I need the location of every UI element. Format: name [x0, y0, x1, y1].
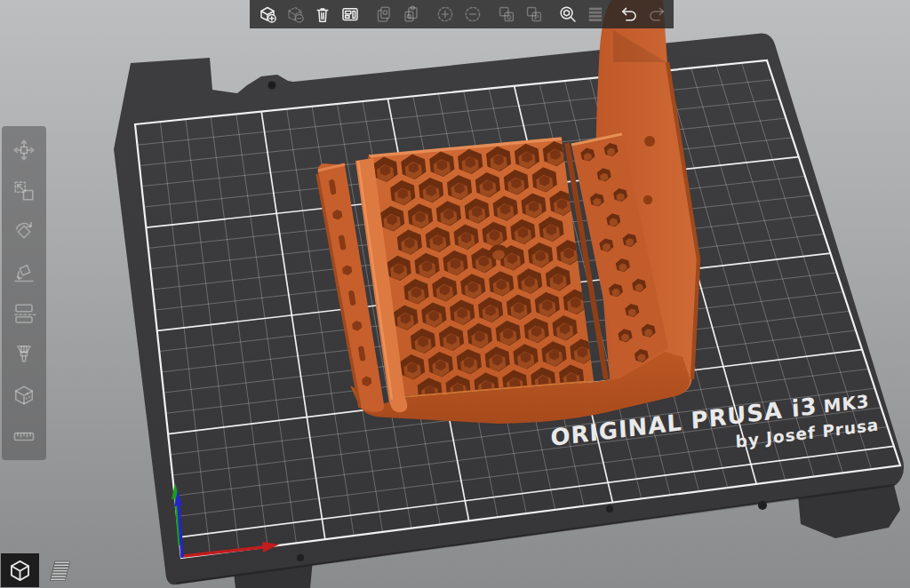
arrange-icon — [339, 4, 361, 25]
move-icon — [11, 137, 37, 163]
redo-icon — [646, 4, 667, 25]
toolbar-button-scale[interactable] — [2, 171, 46, 211]
bed-screw-hole — [606, 505, 613, 513]
toolbar-button-add[interactable] — [253, 1, 281, 28]
toolbar-button-paste[interactable] — [397, 1, 425, 28]
seam-icon — [11, 382, 37, 409]
remove-instance-icon — [462, 4, 483, 25]
cut-icon — [11, 300, 37, 327]
measure-icon — [11, 423, 37, 449]
bed-screw-hole — [297, 554, 304, 561]
toolbar-button-cut[interactable] — [2, 293, 46, 334]
model-wall-hole — [644, 136, 655, 147]
delete-all-icon — [312, 4, 333, 25]
toolbar-button-copy[interactable] — [370, 1, 397, 28]
flatten-icon — [11, 259, 37, 286]
toolbar-button-delete-all[interactable] — [308, 1, 336, 28]
toolbar-button-variable-layer-height[interactable] — [581, 1, 609, 28]
split-icon: P — [523, 4, 545, 25]
toolbar-button-3d-editor-view[interactable] — [1, 553, 39, 587]
toolbar-button-paint-on-supports[interactable] — [2, 334, 46, 375]
toolbar-button-arrange[interactable] — [336, 1, 363, 28]
toolbar-button-search[interactable] — [554, 1, 581, 28]
viewport-3d[interactable]: ORIGINAL PRUSA i3MK3 by Josef Prusa — [0, 0, 910, 588]
view-preview-icon — [47, 557, 75, 584]
icon-badge-letter: P — [534, 13, 539, 21]
toolbar-button-split-to-objects[interactable]: 0 — [492, 1, 520, 28]
split-icon: 0 — [496, 4, 517, 25]
icon-badge-letter: 0 — [507, 13, 511, 21]
toolbar-button-remove-instance[interactable] — [459, 1, 486, 28]
toolbar-button-redo[interactable] — [643, 1, 670, 28]
undo-icon — [619, 4, 640, 25]
delete-icon — [284, 4, 306, 25]
rotate-icon — [11, 219, 37, 245]
add-instance-icon — [435, 4, 456, 25]
bed-notch-hole — [268, 82, 276, 90]
layers-icon — [585, 4, 606, 25]
copy-icon — [373, 4, 395, 25]
toolbar-button-delete[interactable] — [281, 1, 308, 28]
toolbar-button-seam-painting[interactable] — [2, 375, 46, 416]
toolbar-button-rotate[interactable] — [2, 211, 46, 252]
paint-icon — [11, 341, 37, 368]
toolbar-button-undo[interactable] — [615, 1, 643, 28]
toolbar-button-move[interactable] — [2, 130, 46, 171]
top-toolbar: 0P — [250, 0, 674, 28]
toolbar-button-measure[interactable] — [2, 416, 46, 457]
add-icon — [257, 4, 278, 25]
toolbar-button-add-instance[interactable] — [431, 1, 459, 28]
toolbar-button-place-on-face[interactable] — [2, 252, 46, 293]
scale-icon — [11, 178, 37, 204]
view-mode-toolbar — [1, 553, 80, 587]
toolbar-button-split-to-parts[interactable]: P — [520, 1, 547, 28]
view-3d-icon — [6, 557, 34, 584]
bed-screw-hole — [758, 501, 767, 510]
search-icon — [557, 4, 579, 25]
toolbar-button-preview-view[interactable] — [42, 553, 80, 587]
model-wall-hole — [643, 195, 652, 204]
gizmo-toolbar — [2, 126, 46, 460]
paste-icon — [401, 4, 422, 25]
